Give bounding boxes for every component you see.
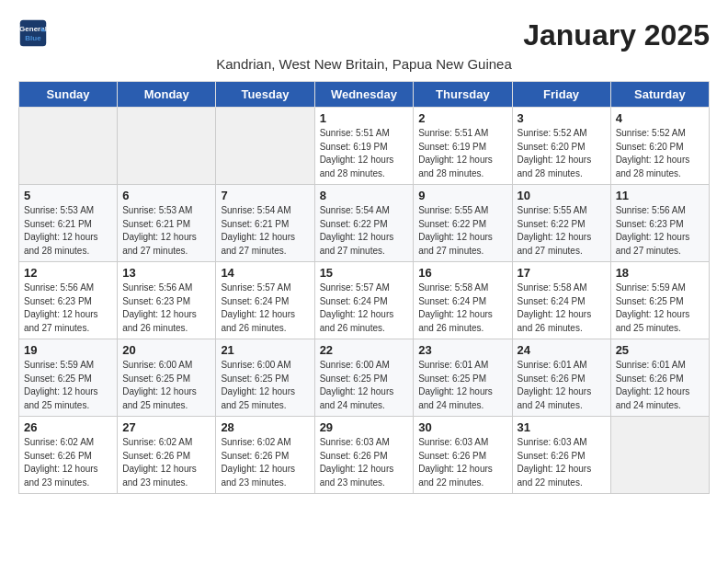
logo-icon: General Blue: [18, 18, 48, 48]
day-detail: Sunrise: 5:55 AMSunset: 6:22 PMDaylight:…: [418, 204, 506, 258]
day-number: 12: [24, 266, 112, 280]
calendar-cell: 13Sunrise: 5:56 AMSunset: 6:23 PMDayligh…: [118, 262, 216, 339]
day-number: 23: [418, 343, 506, 357]
calendar-cell: 26Sunrise: 6:02 AMSunset: 6:26 PMDayligh…: [19, 417, 118, 494]
day-number: 21: [221, 343, 309, 357]
day-detail: Sunrise: 6:02 AMSunset: 6:26 PMDaylight:…: [221, 436, 309, 489]
day-detail: Sunrise: 5:56 AMSunset: 6:23 PMDaylight:…: [616, 204, 704, 258]
day-number: 10: [518, 189, 606, 202]
day-number: 8: [320, 189, 409, 202]
calendar-cell: 1Sunrise: 5:51 AMSunset: 6:19 PMDaylight…: [314, 108, 414, 185]
calendar-cell: 7Sunrise: 5:54 AMSunset: 6:21 PMDaylight…: [216, 185, 314, 262]
day-number: 26: [24, 420, 112, 434]
day-number: 2: [418, 111, 506, 125]
calendar-cell: 5Sunrise: 5:53 AMSunset: 6:21 PMDaylight…: [19, 185, 118, 262]
day-header-wednesday: Wednesday: [314, 82, 414, 108]
day-detail: Sunrise: 6:00 AMSunset: 6:25 PMDaylight:…: [320, 359, 409, 412]
calendar-table: SundayMondayTuesdayWednesdayThursdayFrid…: [18, 81, 710, 494]
day-detail: Sunrise: 5:58 AMSunset: 6:24 PMDaylight:…: [518, 282, 606, 335]
day-detail: Sunrise: 5:52 AMSunset: 6:20 PMDaylight:…: [616, 127, 704, 180]
calendar-cell: 19Sunrise: 5:59 AMSunset: 6:25 PMDayligh…: [19, 339, 118, 417]
calendar-cell: 11Sunrise: 5:56 AMSunset: 6:23 PMDayligh…: [610, 185, 709, 262]
day-number: 15: [320, 266, 409, 280]
day-header-monday: Monday: [118, 82, 216, 108]
calendar-cell: 30Sunrise: 6:03 AMSunset: 6:26 PMDayligh…: [414, 417, 512, 494]
day-detail: Sunrise: 6:00 AMSunset: 6:25 PMDaylight:…: [221, 359, 309, 412]
day-number: 24: [518, 343, 606, 357]
calendar-cell: 15Sunrise: 5:57 AMSunset: 6:24 PMDayligh…: [314, 262, 414, 339]
day-number: 22: [320, 343, 409, 357]
svg-text:Blue: Blue: [25, 34, 41, 42]
calendar-cell: [216, 108, 314, 185]
day-detail: Sunrise: 5:56 AMSunset: 6:23 PMDaylight:…: [122, 282, 210, 335]
day-detail: Sunrise: 5:58 AMSunset: 6:24 PMDaylight:…: [418, 282, 506, 335]
day-number: 17: [518, 266, 606, 280]
day-detail: Sunrise: 6:00 AMSunset: 6:25 PMDaylight:…: [122, 359, 210, 412]
day-number: 25: [616, 343, 704, 357]
day-header-tuesday: Tuesday: [216, 82, 314, 108]
calendar-cell: 8Sunrise: 5:54 AMSunset: 6:22 PMDaylight…: [314, 185, 414, 262]
day-number: 9: [418, 189, 506, 202]
calendar-cell: 12Sunrise: 5:56 AMSunset: 6:23 PMDayligh…: [19, 262, 118, 339]
calendar-cell: [610, 417, 709, 494]
calendar-cell: 3Sunrise: 5:52 AMSunset: 6:20 PMDaylight…: [512, 108, 610, 185]
calendar-cell: 14Sunrise: 5:57 AMSunset: 6:24 PMDayligh…: [216, 262, 314, 339]
day-number: 16: [418, 266, 506, 280]
calendar-cell: 6Sunrise: 5:53 AMSunset: 6:21 PMDaylight…: [118, 185, 216, 262]
day-detail: Sunrise: 5:53 AMSunset: 6:21 PMDaylight:…: [122, 204, 210, 258]
calendar-cell: 21Sunrise: 6:00 AMSunset: 6:25 PMDayligh…: [216, 339, 314, 417]
day-detail: Sunrise: 5:51 AMSunset: 6:19 PMDaylight:…: [320, 127, 409, 180]
day-detail: Sunrise: 5:55 AMSunset: 6:22 PMDaylight:…: [518, 204, 606, 258]
day-number: 31: [518, 420, 606, 434]
calendar-cell: [118, 108, 216, 185]
day-detail: Sunrise: 5:54 AMSunset: 6:21 PMDaylight:…: [221, 204, 309, 258]
day-detail: Sunrise: 6:01 AMSunset: 6:26 PMDaylight:…: [518, 359, 606, 412]
calendar-cell: 2Sunrise: 5:51 AMSunset: 6:19 PMDaylight…: [414, 108, 512, 185]
calendar-cell: 4Sunrise: 5:52 AMSunset: 6:20 PMDaylight…: [610, 108, 709, 185]
calendar-cell: [19, 108, 118, 185]
calendar-cell: 22Sunrise: 6:00 AMSunset: 6:25 PMDayligh…: [314, 339, 414, 417]
day-number: 30: [418, 420, 506, 434]
logo: General Blue: [18, 18, 51, 48]
calendar-cell: 18Sunrise: 5:59 AMSunset: 6:25 PMDayligh…: [610, 262, 709, 339]
day-number: 5: [24, 189, 112, 202]
calendar-cell: 25Sunrise: 6:01 AMSunset: 6:26 PMDayligh…: [610, 339, 709, 417]
day-detail: Sunrise: 6:03 AMSunset: 6:26 PMDaylight:…: [518, 436, 606, 489]
day-detail: Sunrise: 5:59 AMSunset: 6:25 PMDaylight:…: [616, 282, 704, 335]
day-number: 29: [320, 420, 409, 434]
day-header-friday: Friday: [512, 82, 610, 108]
day-number: 3: [518, 111, 606, 125]
calendar-cell: 17Sunrise: 5:58 AMSunset: 6:24 PMDayligh…: [512, 262, 610, 339]
day-number: 13: [122, 266, 210, 280]
day-detail: Sunrise: 5:57 AMSunset: 6:24 PMDaylight:…: [221, 282, 309, 335]
day-number: 28: [221, 420, 309, 434]
calendar-subtitle: Kandrian, West New Britain, Papua New Gu…: [18, 56, 710, 72]
calendar-cell: 20Sunrise: 6:00 AMSunset: 6:25 PMDayligh…: [118, 339, 216, 417]
day-detail: Sunrise: 5:54 AMSunset: 6:22 PMDaylight:…: [320, 204, 409, 258]
day-detail: Sunrise: 5:52 AMSunset: 6:20 PMDaylight:…: [518, 127, 606, 180]
day-detail: Sunrise: 5:57 AMSunset: 6:24 PMDaylight:…: [320, 282, 409, 335]
day-number: 14: [221, 266, 309, 280]
day-detail: Sunrise: 5:56 AMSunset: 6:23 PMDaylight:…: [24, 282, 112, 335]
day-number: 1: [320, 111, 409, 125]
calendar-cell: 9Sunrise: 5:55 AMSunset: 6:22 PMDaylight…: [414, 185, 512, 262]
day-number: 11: [616, 189, 704, 202]
day-detail: Sunrise: 6:02 AMSunset: 6:26 PMDaylight:…: [24, 436, 112, 489]
calendar-cell: 23Sunrise: 6:01 AMSunset: 6:25 PMDayligh…: [414, 339, 512, 417]
day-header-thursday: Thursday: [414, 82, 512, 108]
calendar-cell: 27Sunrise: 6:02 AMSunset: 6:26 PMDayligh…: [118, 417, 216, 494]
calendar-cell: 24Sunrise: 6:01 AMSunset: 6:26 PMDayligh…: [512, 339, 610, 417]
day-number: 27: [122, 420, 210, 434]
calendar-cell: 31Sunrise: 6:03 AMSunset: 6:26 PMDayligh…: [512, 417, 610, 494]
day-header-saturday: Saturday: [610, 82, 709, 108]
day-number: 18: [616, 266, 704, 280]
day-detail: Sunrise: 6:03 AMSunset: 6:26 PMDaylight:…: [320, 436, 409, 489]
day-detail: Sunrise: 5:53 AMSunset: 6:21 PMDaylight:…: [24, 204, 112, 258]
day-number: 20: [122, 343, 210, 357]
calendar-cell: 16Sunrise: 5:58 AMSunset: 6:24 PMDayligh…: [414, 262, 512, 339]
day-header-sunday: Sunday: [19, 82, 118, 108]
day-number: 19: [24, 343, 112, 357]
calendar-cell: 10Sunrise: 5:55 AMSunset: 6:22 PMDayligh…: [512, 185, 610, 262]
day-detail: Sunrise: 6:01 AMSunset: 6:25 PMDaylight:…: [418, 359, 506, 412]
day-number: 7: [221, 189, 309, 202]
